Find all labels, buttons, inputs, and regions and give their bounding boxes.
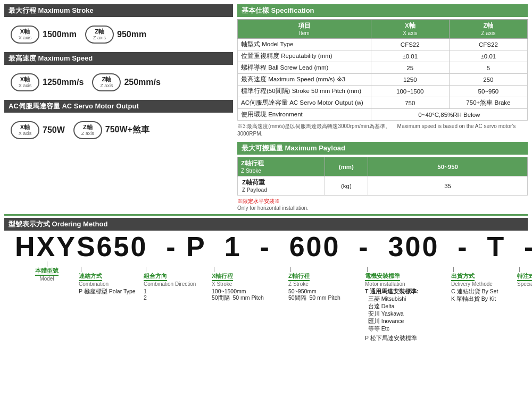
spec-row-x-0: CFS22: [371, 39, 449, 50]
spec-table: 項目 Item X軸 X axis Z軸 Z axis: [237, 19, 528, 121]
speed-z-sub: Z axis: [100, 83, 113, 89]
speed-x-oval: X軸 X axis: [11, 73, 39, 91]
speed-x-value: 1250mm/s: [43, 78, 84, 87]
motor-x-badge: X軸 X axis 750W: [11, 121, 65, 139]
special-sub: Special Order No.: [517, 281, 532, 287]
zstroke-label: Z軸行程: [288, 272, 310, 281]
top-section: 最大行程 Maximum Stroke X軸 X axis 1500mm Z軸 …: [4, 4, 528, 211]
payload-col3: 50~950: [368, 157, 528, 176]
payload-row2-val: 35: [368, 176, 528, 196]
spec-row-3: 最高速度 Maximum Speed (mm/s) ※31250250: [238, 74, 528, 86]
motor-z-value: 750W+煞車: [105, 124, 149, 135]
motor-header: AC伺服馬達容量 AC Servo Motor Output: [4, 100, 233, 113]
motor-x-value: 750W: [43, 125, 65, 135]
speed-z-value: 250mm/s: [124, 78, 161, 87]
zstroke-item-0: 50~950mm: [288, 288, 317, 294]
speed-z-oval: Z軸 Z axis: [92, 73, 121, 91]
model-label: 本體型號: [35, 267, 59, 276]
spec-row-x-1: ±0.01: [371, 50, 449, 62]
stroke-z-value: 950mm: [117, 30, 146, 39]
delivery-label: 出貨方式: [451, 272, 475, 281]
special-col: 特注式樣 Special Order No.: [517, 267, 532, 287]
motor-z-oval: Z軸 Z axis: [73, 121, 102, 139]
spec-row-z-0: CFS22: [449, 39, 527, 50]
delivery-item-1: K 單軸出貨 By Kit: [451, 295, 496, 303]
spec-row-1: 位置重複精度 Repeatability (mm)±0.01±0.01: [238, 50, 528, 62]
payload-table: Z軸行程 Z Stroke (mm) 50~950 Z軸荷重 Z Payload…: [237, 157, 528, 196]
xstroke-col: X軸行程 X Stroke 100~1500mm 50間隔 50 mm Pitc…: [212, 267, 270, 302]
motor-x-oval: X軸 X axis: [11, 121, 39, 139]
stroke-z-badge: Z軸 Z axis 950mm: [85, 26, 146, 44]
spec-row-label-5: AC伺服馬達容量 AC Servo Motor Output (w): [238, 97, 371, 109]
spec-row-label-0: 軸型式 Model Type: [238, 39, 371, 50]
stroke-x-badge: X軸 X axis 1500mm: [11, 26, 77, 44]
ordering-tree: 本體型號 Model 連結方式 Combination P 極座標型 Polar…: [4, 261, 528, 342]
main-container: 最大行程 Maximum Stroke X軸 X axis 1500mm Z軸 …: [0, 0, 532, 346]
motor-x-sub: X axis: [19, 131, 32, 137]
combination-sub: Combination: [79, 281, 109, 287]
spec-col-z: Z軸 Z axis: [449, 20, 527, 39]
motor-item-0: T 通用馬達安裝標準:: [365, 288, 419, 295]
model-sub: Model: [39, 276, 54, 282]
direction-col: 組合方向 Combination Direction 1 2: [144, 267, 202, 301]
motor-z-sub: Z axis: [81, 131, 94, 137]
combination-item-0: P 極座標型 Polar Type: [79, 288, 136, 295]
delivery-item-0: C 連結出貨 By Set: [451, 288, 498, 295]
spec-row-x-4: 100~1500: [371, 86, 449, 97]
speed-x-badge: X軸 X axis 1250mm/s: [11, 73, 84, 91]
spec-row-z-2: 5: [449, 62, 527, 74]
stroke-header: 最大行程 Maximum Stroke: [4, 4, 233, 17]
spec-row-z-3: 250: [449, 74, 527, 86]
stroke-x-axis: X軸: [20, 28, 30, 35]
spec-header: 基本仕樣 Specification: [237, 4, 528, 17]
spec-row-label-6: 使用環境 Environment: [238, 109, 371, 121]
motor-item-5: 等等 Etc: [365, 325, 389, 333]
direction-item-1: 1: [144, 288, 147, 294]
payload-row2: Z軸荷重 Z Payload (kg) 35: [238, 176, 528, 196]
combination-col: 連結方式 Combination P 極座標型 Polar Type: [79, 267, 137, 295]
motor-z-badge: Z軸 Z axis 750W+煞車: [73, 121, 149, 139]
xstroke-item-1: 50間隔 50 mm Pitch: [212, 294, 264, 302]
special-label: 特注式樣: [517, 272, 532, 281]
sub-tree: 連結方式 Combination P 極座標型 Polar Type 組合方向 …: [79, 261, 532, 342]
spec-row-x-5: 750: [371, 97, 449, 109]
speed-badges: X軸 X axis 1250mm/s Z軸 Z axis 250mm/s: [4, 69, 233, 96]
motor-z-axis: Z軸: [83, 124, 93, 131]
stroke-x-oval: X軸 X axis: [11, 26, 39, 44]
speed-z-badge: Z軸 Z axis 250mm/s: [92, 73, 161, 91]
spec-row-0: 軸型式 Model TypeCFS22CFS22: [238, 39, 528, 50]
speed-x-sub: X axis: [19, 83, 32, 89]
payload-row2-label: Z軸荷重 Z Payload: [238, 176, 325, 196]
spec-row-z-1: ±0.01: [449, 50, 527, 62]
spec-row-label-4: 標準行程(50間隔) Stroke 50 mm Pitch (mm): [238, 86, 371, 97]
motor-install-col: 電機安裝標準 Motor installation T 通用馬達安裝標準: 三菱…: [365, 267, 439, 342]
spec-row-5: AC伺服馬達容量 AC Servo Motor Output (w)750750…: [238, 97, 528, 109]
motor-badges: X軸 X axis 750W Z軸 Z axis 750W+煞車: [4, 117, 233, 143]
payload-note: ※限定水平安裝※Only for horizontal installation…: [237, 198, 528, 211]
spec-row-z-5: 750+煞車 Brake: [449, 97, 527, 109]
motor-item-1: 三菱 Mitsubishi: [365, 295, 406, 303]
spec-row-label-1: 位置重複精度 Repeatability (mm): [238, 50, 371, 62]
spec-row-x-2: 25: [371, 62, 449, 74]
model-col: 本體型號 Model: [15, 261, 79, 282]
xstroke-sub: X Stroke: [212, 281, 232, 287]
stroke-x-value: 1500mm: [43, 30, 77, 39]
direction-item-2: 2: [144, 294, 147, 301]
xstroke-item-0: 100~1500mm: [212, 288, 246, 294]
stroke-z-axis: Z軸: [95, 28, 104, 35]
spec-note: ※3:最高速度(mm/s)是以伺服馬達最高轉速3000rpm/min為基準。 M…: [237, 123, 528, 138]
motor-item-4: 匯川 Inovance: [365, 318, 404, 325]
payload-col2: (mm): [325, 157, 368, 176]
motor-item-2: 台達 Delta: [365, 303, 394, 310]
motor-item-6: P 松下馬達安裝標準: [365, 335, 417, 342]
xstroke-label: X軸行程: [212, 272, 233, 281]
spec-row-2: 螺桿導程 Ball Screw Lead (mm)255: [238, 62, 528, 74]
zstroke-col: Z軸行程 Z Stroke 50~950mm 50間隔 50 mm Pitch: [288, 267, 347, 302]
motor-item-3: 安川 Yaskawa: [365, 310, 404, 318]
motor-x-axis: X軸: [20, 124, 30, 131]
delivery-col: 出貨方式 Delivery Methode C 連結出貨 By Set K 單軸…: [451, 267, 510, 303]
stroke-badges: X軸 X axis 1500mm Z軸 Z axis 950mm: [4, 21, 233, 48]
spec-row-6: 使用環境 Environment0~40°C,85%RH Below: [238, 109, 528, 121]
spec-col-item: 項目 Item: [238, 20, 371, 39]
spec-row-val-6: 0~40°C,85%RH Below: [371, 109, 527, 121]
